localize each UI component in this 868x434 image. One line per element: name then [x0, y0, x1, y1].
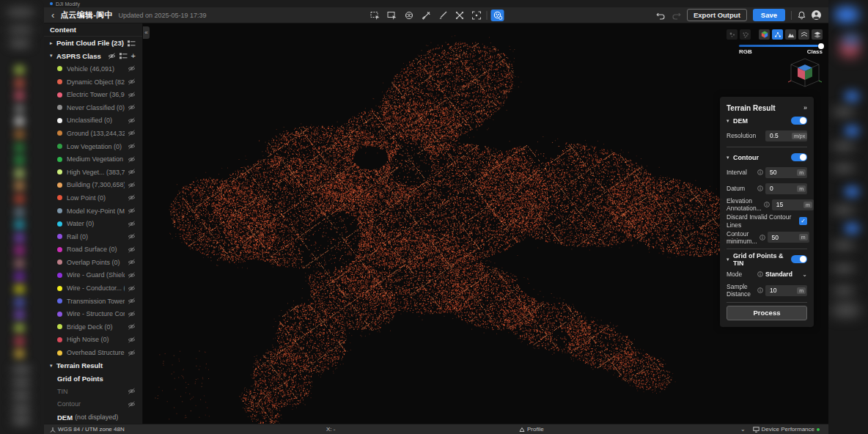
class-row[interactable]: Medium Vegetation (0): [44, 152, 142, 166]
visibility-toggle-icon[interactable]: [128, 259, 136, 265]
brush-select-icon[interactable]: [419, 10, 433, 21]
interval-info-icon[interactable]: [757, 169, 763, 175]
interval-input[interactable]: [765, 169, 792, 176]
dem-section-header[interactable]: ▾ DEM: [727, 114, 807, 128]
class-row[interactable]: Bridge Deck (0): [44, 320, 142, 334]
slider-handle[interactable]: [818, 43, 824, 49]
add-class-button[interactable]: +: [131, 52, 136, 60]
process-button[interactable]: Process: [727, 306, 807, 320]
class-row[interactable]: Road Surface (0): [44, 243, 142, 257]
visibility-toggle-icon[interactable]: [128, 169, 136, 175]
save-button[interactable]: Save: [753, 9, 785, 21]
device-performance-button[interactable]: Device Performance: [753, 424, 820, 434]
visibility-toggle-icon[interactable]: [128, 194, 136, 201]
class-row[interactable]: Model Key-Point (Mas... (0): [44, 205, 142, 218]
class-row[interactable]: High Veget... (383,714,702): [44, 166, 142, 179]
visibility-toggle-icon[interactable]: [128, 311, 136, 317]
sample-distance-info-icon[interactable]: [757, 287, 763, 293]
sidebar-collapse-tab[interactable]: «: [143, 26, 150, 39]
visibility-toggle-icon[interactable]: [128, 298, 136, 304]
elevation-mode-icon[interactable]: [785, 29, 796, 40]
visibility-toggle-icon[interactable]: [128, 156, 136, 163]
contour-minimum-input[interactable]: [768, 234, 794, 241]
visibility-toggle-icon[interactable]: [128, 182, 136, 188]
fit-view-icon[interactable]: [470, 10, 483, 21]
rgb-class-slider[interactable]: RGB Class: [739, 45, 823, 55]
visibility-toggle-icon[interactable]: [128, 388, 136, 394]
visibility-toggle-icon[interactable]: [128, 401, 136, 408]
classify-tool-icon[interactable]: [491, 10, 504, 21]
elevation-info-icon[interactable]: [764, 202, 770, 207]
class-row[interactable]: Low Point (0): [44, 191, 142, 205]
mode-info-icon[interactable]: [757, 271, 763, 277]
asprs-visibility-icon[interactable]: [108, 49, 116, 62]
visibility-toggle-icon[interactable]: [128, 246, 136, 253]
slider-track[interactable]: [739, 45, 823, 47]
polygon-select-icon[interactable]: [386, 10, 399, 21]
class-row[interactable]: Low Vegetation (0): [44, 140, 142, 153]
class-row[interactable]: Overlap Points (0): [44, 256, 142, 269]
visibility-toggle-icon[interactable]: [128, 221, 136, 227]
scatter-select-icon[interactable]: [453, 10, 466, 21]
asprs-class-row[interactable]: ▾ ASPRS Class +: [44, 50, 142, 63]
statusbar-chevron[interactable]: ⌄: [740, 424, 746, 434]
panel-collapse-icon[interactable]: »: [803, 104, 807, 111]
discard-invalid-checkbox[interactable]: ✓: [799, 217, 807, 225]
pen-tool-icon[interactable]: [436, 10, 449, 21]
visibility-toggle-icon[interactable]: [128, 78, 136, 85]
notifications-bell-icon[interactable]: [798, 11, 806, 20]
class-row[interactable]: Never Classified (0): [44, 101, 142, 114]
visibility-toggle-icon[interactable]: [128, 323, 136, 330]
terrain-item-row[interactable]: TIN: [44, 385, 142, 398]
resolution-input[interactable]: [765, 132, 792, 139]
viewport-3d[interactable]: «: [143, 23, 828, 424]
point-density-icon[interactable]: [740, 29, 751, 40]
datum-info-icon[interactable]: [757, 185, 763, 191]
contour-mode-icon[interactable]: [798, 29, 809, 40]
visibility-toggle-icon[interactable]: [128, 65, 136, 72]
visibility-toggle-icon[interactable]: [128, 117, 136, 124]
class-row[interactable]: Overhead Structure (0): [44, 346, 142, 359]
class-row[interactable]: Transmission Tower (0): [44, 295, 142, 308]
class-row[interactable]: Vehicle (46,091): [44, 62, 142, 76]
redo-button[interactable]: [672, 11, 681, 20]
class-row[interactable]: Wire - Conductor... (43,819): [44, 282, 142, 295]
visibility-toggle-icon[interactable]: [128, 233, 136, 240]
visibility-toggle-icon[interactable]: [128, 104, 136, 111]
class-row[interactable]: Water (0): [44, 217, 142, 230]
dem-layer-mode-icon[interactable]: [812, 29, 823, 40]
sample-distance-input[interactable]: [765, 287, 792, 294]
class-row[interactable]: Wire - Guard (Shield) (0): [44, 269, 142, 282]
class-row[interactable]: Unclassified (0): [44, 114, 142, 128]
visibility-toggle-icon[interactable]: [128, 336, 136, 343]
rect-select-icon[interactable]: [369, 10, 382, 21]
class-color-mode-icon[interactable]: [772, 29, 783, 40]
contour-toggle[interactable]: [791, 153, 807, 161]
visibility-toggle-icon[interactable]: [128, 272, 136, 279]
asprs-list-settings-icon[interactable]: [119, 49, 128, 62]
rgb-color-mode-icon[interactable]: [759, 29, 770, 40]
visibility-toggle-icon[interactable]: [128, 92, 136, 98]
sphere-select-icon[interactable]: [402, 10, 416, 21]
visibility-toggle-icon[interactable]: [128, 285, 136, 292]
point-cloud-file-row[interactable]: ▸ Point Cloud File (23): [44, 37, 142, 50]
visibility-toggle-icon[interactable]: [128, 130, 136, 136]
mode-dropdown[interactable]: Standard ⌄: [765, 271, 807, 278]
terrain-item-row[interactable]: DEM(not displayed): [44, 411, 142, 424]
visibility-toggle-icon[interactable]: [128, 143, 136, 150]
export-output-button[interactable]: Export Output: [687, 9, 747, 21]
point-size-icon[interactable]: [727, 29, 738, 40]
back-button[interactable]: ‹: [51, 10, 54, 20]
class-row[interactable]: Rail (0): [44, 230, 142, 243]
terrain-item-row[interactable]: Contour: [44, 398, 142, 411]
grid-tin-toggle[interactable]: [791, 255, 807, 263]
terrain-item-row[interactable]: Grid of Points: [44, 372, 142, 385]
class-row[interactable]: Ground (133,244,329): [44, 127, 142, 140]
class-row[interactable]: High Noise (0): [44, 334, 142, 347]
terrain-result-row[interactable]: ▾ Terrain Result: [44, 359, 142, 372]
class-row[interactable]: Dynamic Object (82,781): [44, 76, 142, 89]
file-list-settings-icon[interactable]: [128, 37, 136, 50]
view-cube[interactable]: [788, 57, 822, 92]
profile-button[interactable]: Profile: [519, 424, 544, 434]
contour-minimum-info-icon[interactable]: [760, 235, 765, 240]
